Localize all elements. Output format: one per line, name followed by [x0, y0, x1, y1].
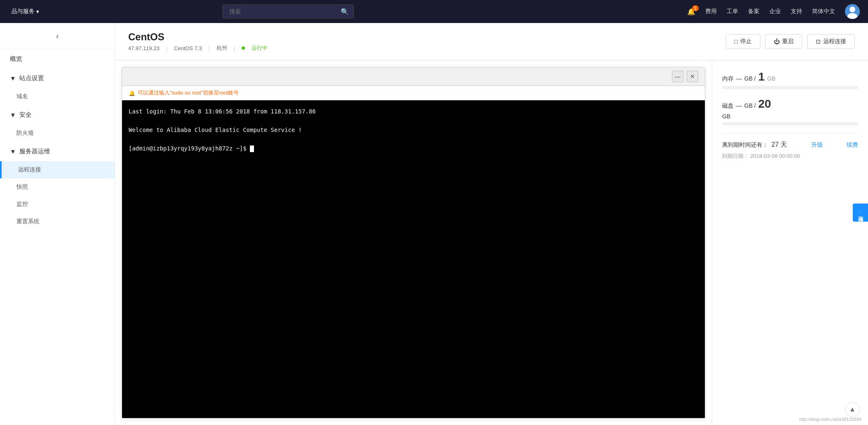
server-location: 杭州: [217, 44, 227, 52]
server-os: CentOS 7.3: [174, 45, 202, 51]
terminal-cursor: [250, 146, 254, 152]
sidebar-section-site-settings[interactable]: ▼ 站点设置: [0, 69, 115, 88]
sidebar: ‹ 概览 ▼ 站点设置 域名 ▼ 安全 防火墙 ▼ 服务器运维 远程连接: [0, 23, 115, 425]
user-avatar[interactable]: [845, 4, 860, 19]
disk-current: —: [736, 102, 742, 109]
main-container: ‹ 概览 ▼ 站点设置 域名 ▼ 安全 防火墙 ▼ 服务器运维 远程连接: [0, 23, 868, 425]
scroll-top-button[interactable]: ▲: [845, 402, 860, 417]
expand-icon-ops: ▼: [10, 148, 16, 155]
server-actions: □ 停止 ⏻ 重启 ⊡ 远程连接: [726, 34, 855, 49]
stop-icon: □: [734, 38, 738, 45]
server-info: CentOS 47.97.119.23 | CentOS 7.3 | 杭州 | …: [128, 31, 268, 52]
sidebar-item-overview[interactable]: 概览: [0, 49, 115, 69]
chevron-up-icon: ▲: [849, 406, 856, 413]
memory-resource: 内存 — GB / 1 GB: [722, 70, 858, 89]
memory-current: —: [736, 75, 742, 82]
stop-button[interactable]: □ 停止: [726, 34, 760, 49]
search-container: 🔍: [222, 5, 354, 18]
terminal-body[interactable]: Last login: Thu Feb 8 13:06:56 2018 from…: [122, 100, 705, 418]
body-area: — ✕ 🔔 可以通过输入"sudo su root"切换至root账号 Last…: [115, 60, 868, 425]
memory-unit: GB: [767, 75, 776, 82]
status-dot: [242, 46, 245, 50]
terminal-line-4: [129, 134, 698, 143]
terminal-controls: — ✕: [672, 71, 698, 82]
memory-total: 1: [758, 70, 765, 83]
disk-gb-label: GB: [722, 113, 858, 120]
minimize-button[interactable]: —: [672, 71, 683, 82]
server-status: 运行中: [252, 44, 268, 52]
top-nav-right: 🔔 1 费用 工单 备案 企业 支持 简体中文: [687, 4, 860, 19]
terminal-line-3: Welcome to Alibaba Cloud Elastic Compute…: [129, 125, 698, 134]
nav-item-icp[interactable]: 备案: [748, 8, 760, 15]
terminal-prompt: [admin@izbp13yrqy193y8yajh872z ~]$: [129, 145, 250, 152]
memory-bar: [722, 86, 858, 89]
nav-item-support[interactable]: 支持: [791, 8, 802, 15]
terminal-line-2: [129, 116, 698, 125]
disk-bar: [722, 122, 858, 125]
server-meta: 47.97.119.23 | CentOS 7.3 | 杭州 | 运行中: [128, 44, 268, 52]
memory-label: 内存: [722, 75, 734, 83]
terminal-window: — ✕ 🔔 可以通过输入"sudo su root"切换至root账号 Last…: [122, 67, 705, 418]
disk-total: 20: [758, 97, 771, 111]
expiry-label: 离到期时间还有：: [722, 141, 768, 149]
terminal-notice-text: 可以通过输入"sudo su root"切换至root账号: [138, 89, 239, 97]
expiry-days: 27 天: [771, 141, 787, 149]
nav-item-ticket[interactable]: 工单: [727, 8, 738, 15]
sidebar-item-reset-system[interactable]: 重置系统: [0, 213, 115, 230]
memory-sep: GB /: [744, 75, 756, 82]
sidebar-item-remote-connect[interactable]: 远程连接: [0, 161, 115, 178]
disk-resource: 磁盘 — GB / 20 GB: [722, 97, 858, 125]
nav-item-language[interactable]: 简体中文: [812, 8, 835, 15]
restart-button[interactable]: ⏻ 重启: [765, 34, 802, 49]
sidebar-item-monitor[interactable]: 监控: [0, 196, 115, 213]
nav-item-enterprise[interactable]: 企业: [769, 8, 781, 15]
sidebar-section-server-ops[interactable]: ▼ 服务器运维: [0, 142, 115, 161]
server-ip: 47.97.119.23: [128, 45, 159, 51]
sidebar-back-button[interactable]: ‹: [0, 23, 115, 49]
expiry-row: 离到期时间还有： 27 天 升级 续费: [722, 141, 858, 149]
float-consulting-tab[interactable]: 咨询·建议: [853, 203, 868, 222]
upgrade-link[interactable]: 升级: [811, 141, 823, 149]
disk-label: 磁盘: [722, 102, 734, 110]
close-button[interactable]: ✕: [687, 71, 698, 82]
sidebar-item-firewall[interactable]: 防火墙: [0, 125, 115, 142]
notification-button[interactable]: 🔔 1: [687, 8, 695, 16]
notification-badge: 1: [692, 5, 699, 11]
terminal-notice-bar: 🔔 可以通过输入"sudo su root"切换至root账号: [122, 86, 705, 100]
expand-icon-security: ▼: [10, 111, 16, 118]
terminal-titlebar: — ✕: [122, 67, 705, 86]
expiry-date-row: 到期日期： 2018-03-08 00:00:00: [722, 152, 858, 160]
watermark-text: http://blog.csdn.net/a38120894: [799, 417, 861, 422]
search-input[interactable]: [222, 5, 354, 18]
back-arrow-icon: ‹: [56, 31, 59, 41]
remote-connect-button[interactable]: ⊡ 远程连接: [807, 34, 855, 49]
server-header: CentOS 47.97.119.23 | CentOS 7.3 | 杭州 | …: [115, 23, 868, 60]
server-name: CentOS: [128, 31, 268, 43]
expiry-date-value: 2018-03-08 00:00:00: [750, 153, 800, 159]
sidebar-section-security[interactable]: ▼ 安全: [0, 105, 115, 125]
right-panel: 内存 — GB / 1 GB 磁盘 — GB /: [712, 60, 868, 425]
top-navigation: 品与服务 ▾ 🔍 🔔 1 费用 工单 备案 企业 支持 简体中文: [0, 0, 868, 23]
renew-link[interactable]: 续费: [847, 141, 858, 149]
expand-icon: ▼: [10, 75, 16, 82]
disk-sep: GB /: [744, 102, 756, 109]
sidebar-item-domain[interactable]: 域名: [0, 88, 115, 105]
restart-icon: ⏻: [774, 38, 780, 45]
products-menu[interactable]: 品与服务 ▾: [12, 8, 39, 15]
terminal-prompt-line: [admin@izbp13yrqy193y8yajh872z ~]$: [129, 144, 698, 153]
divider: [722, 134, 858, 134]
remote-icon: ⊡: [816, 38, 821, 45]
dropdown-arrow-icon: ▾: [36, 8, 39, 15]
terminal-container: — ✕ 🔔 可以通过输入"sudo su root"切换至root账号 Last…: [115, 60, 712, 425]
sidebar-item-snapshot[interactable]: 快照: [0, 178, 115, 196]
content-area: CentOS 47.97.119.23 | CentOS 7.3 | 杭州 | …: [115, 23, 868, 425]
notice-bell-icon: 🔔: [129, 90, 135, 96]
expiry-section: 离到期时间还有： 27 天 升级 续费 到期日期： 2018-03-08 00:…: [722, 141, 858, 160]
search-icon: 🔍: [341, 8, 349, 16]
nav-item-cost[interactable]: 费用: [705, 8, 717, 15]
svg-point-1: [850, 7, 855, 12]
terminal-line-1: Last login: Thu Feb 8 13:06:56 2018 from…: [129, 107, 698, 116]
